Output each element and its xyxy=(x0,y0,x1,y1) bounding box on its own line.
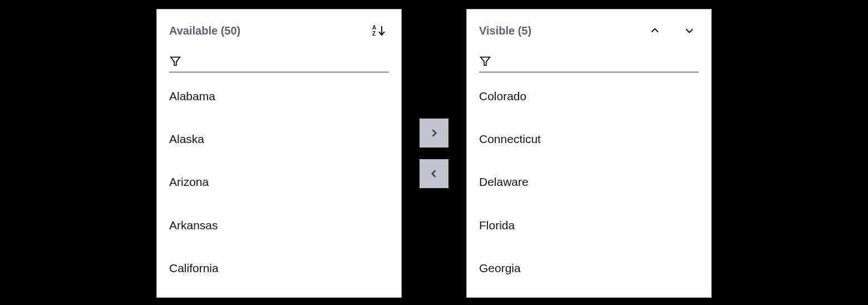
list-item[interactable]: Colorado xyxy=(479,89,699,132)
transfer-controls xyxy=(402,119,466,188)
available-header: Available (50) A Z xyxy=(157,9,401,42)
available-list: Alabama Alaska Arizona Arkansas Californ… xyxy=(157,72,401,297)
chevron-up-icon xyxy=(648,25,662,36)
available-filter-input[interactable] xyxy=(187,55,389,67)
chevron-down-icon xyxy=(682,25,697,36)
list-item[interactable]: Georgia xyxy=(479,261,699,297)
visible-panel: Visible (5) Colorado xyxy=(466,9,712,298)
move-left-button[interactable] xyxy=(420,159,448,188)
list-item[interactable]: Alaska xyxy=(169,132,389,175)
visible-filter-input[interactable] xyxy=(497,55,699,67)
move-down-button[interactable] xyxy=(680,23,699,38)
move-right-button[interactable] xyxy=(420,119,448,147)
available-filter-row xyxy=(169,55,389,72)
visible-filter-row xyxy=(479,55,699,72)
chevron-right-icon xyxy=(428,127,440,139)
filter-icon xyxy=(479,55,491,67)
list-item[interactable]: Connecticut xyxy=(479,132,699,175)
available-header-actions: A Z xyxy=(370,22,389,39)
list-item[interactable]: Florida xyxy=(479,218,699,261)
list-item[interactable]: Delaware xyxy=(479,175,699,218)
list-item[interactable]: Alabama xyxy=(169,89,389,132)
chevron-left-icon xyxy=(428,168,440,179)
filter-icon xyxy=(169,55,181,67)
dual-list-container: Available (50) A Z Alabama Alaska xyxy=(156,9,712,298)
sort-az-icon: A Z xyxy=(372,24,387,37)
svg-text:A: A xyxy=(372,24,376,31)
visible-list: Colorado Connecticut Delaware Florida Ge… xyxy=(467,72,711,297)
svg-marker-4 xyxy=(481,57,490,66)
list-item[interactable]: Arizona xyxy=(169,175,389,218)
list-item[interactable]: Arkansas xyxy=(169,218,389,261)
move-up-button[interactable] xyxy=(645,23,664,38)
visible-header-actions xyxy=(645,23,699,38)
sort-az-button[interactable]: A Z xyxy=(370,22,389,39)
available-panel: Available (50) A Z Alabama Alaska xyxy=(156,9,402,298)
list-item[interactable]: California xyxy=(169,261,389,297)
visible-title: Visible (5) xyxy=(479,24,531,37)
svg-text:Z: Z xyxy=(372,31,376,37)
visible-header: Visible (5) xyxy=(467,9,711,42)
available-title: Available (50) xyxy=(169,24,240,37)
svg-marker-3 xyxy=(171,57,180,66)
